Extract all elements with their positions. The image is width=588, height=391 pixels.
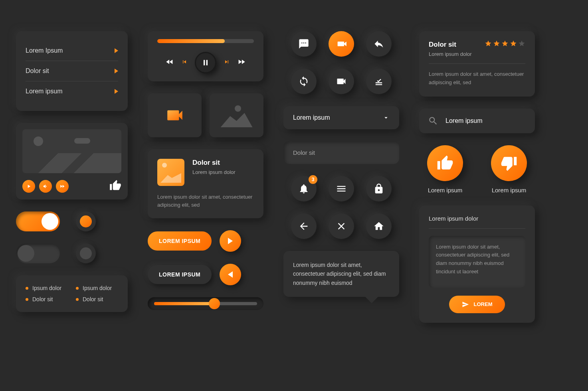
menu-list: Lorem Ipsum Dolor sit Lorem ipsum (16, 31, 128, 111)
review-card: Dolor sit Lorem ipsum dolor Lorem ipsum … (419, 31, 535, 97)
rating-stars (485, 40, 525, 47)
play-button[interactable] (22, 180, 35, 193)
slider[interactable] (148, 297, 263, 310)
rewind-icon[interactable] (165, 57, 174, 68)
refresh-icon[interactable] (291, 69, 317, 94)
camera-tile[interactable] (148, 93, 202, 137)
search-placeholder: Lorem ipsum (445, 117, 482, 124)
comment-icon[interactable] (291, 31, 317, 57)
next-icon[interactable] (224, 59, 230, 67)
menu-item[interactable]: Lorem ipsum (26, 81, 118, 101)
chevron-right-icon (115, 69, 118, 73)
volume-button[interactable] (39, 180, 52, 193)
review-subtitle: Lorem ipsum dolor (429, 51, 525, 64)
progress-bar[interactable] (157, 39, 254, 43)
radio-on[interactable] (76, 211, 96, 231)
menu-item[interactable]: Lorem Ipsum (26, 41, 118, 61)
pause-button[interactable] (195, 52, 216, 73)
bell-icon[interactable]: 3 (291, 176, 317, 201)
home-icon[interactable] (366, 213, 392, 239)
video-icon[interactable] (329, 69, 354, 94)
video-card (16, 123, 128, 199)
toggle-off[interactable] (16, 243, 60, 263)
media-player (148, 31, 263, 81)
review-body: Lorem ipsum dolor sit amet, consectetuer… (429, 70, 525, 87)
list-item: Dolor sit (76, 296, 118, 302)
downvote-label: Lorem ipsum (491, 187, 527, 194)
megaphone-icon[interactable] (329, 31, 354, 57)
bullet-list-card: Ipsum dolor Ipsum dolor Dolor sit Dolor … (16, 275, 128, 312)
upvote-label: Lorem ipsum (427, 187, 463, 194)
send-icon (462, 301, 469, 308)
back-icon[interactable] (291, 213, 317, 239)
slider-thumb[interactable] (209, 298, 220, 309)
comment-heading: Lorem ipsum dolor (429, 215, 525, 229)
fast-forward-icon[interactable] (237, 57, 246, 68)
reply-icon[interactable] (366, 31, 392, 57)
thumbs-down-button[interactable] (491, 145, 527, 181)
forward-button[interactable] (56, 180, 69, 193)
video-thumbnail[interactable] (22, 129, 121, 173)
list-item: Ipsum dolor (76, 285, 118, 291)
send-button[interactable]: LOREM (449, 296, 505, 313)
comment-box: Lorem ipsum dolor Lorem ipsum dolor sit … (419, 205, 535, 323)
clap-icon[interactable] (366, 69, 392, 94)
list-item: Ipsum dolor (26, 285, 68, 291)
prev-icon[interactable] (181, 59, 188, 67)
dropdown-label: Lorem ipsum (293, 114, 330, 121)
post-title: Dolor sit (192, 159, 236, 167)
post-thumbnail[interactable] (157, 159, 184, 186)
notification-badge: 3 (309, 175, 317, 184)
like-icon[interactable] (109, 180, 121, 193)
menu-label: Lorem ipsum (26, 88, 62, 95)
menu-icon[interactable] (329, 176, 354, 201)
image-tile[interactable] (210, 93, 263, 137)
toggle-on[interactable] (16, 211, 60, 231)
tooltip: Lorem ipsum dolor sit amet, consectetuer… (283, 251, 399, 297)
send-label: LOREM (474, 301, 493, 307)
post-card: Dolor sit Lorem ipsum dolor Lorem ipsum … (148, 149, 263, 218)
secondary-button[interactable]: LOREM IPSUM (148, 265, 212, 284)
chevron-down-icon (382, 114, 390, 121)
text-input[interactable]: Dolor sit (283, 141, 399, 164)
menu-label: Lorem Ipsum (26, 47, 63, 54)
comment-textarea[interactable]: Lorem ipsum dolor sit amet, consectetuer… (429, 236, 525, 288)
post-body: Lorem ipsum dolor sit amet, consectetuer… (157, 193, 254, 209)
menu-label: Dolor sit (26, 67, 49, 75)
close-icon[interactable] (329, 213, 354, 239)
dropdown[interactable]: Lorem ipsum (283, 106, 399, 129)
menu-item[interactable]: Dolor sit (26, 61, 118, 81)
chevron-right-icon (115, 48, 118, 53)
primary-button[interactable]: LOREM IPSUM (148, 231, 212, 251)
thumbs-up-button[interactable] (427, 145, 463, 181)
search-icon (428, 116, 438, 126)
radio-off[interactable] (76, 243, 96, 263)
search-input[interactable]: Lorem ipsum (419, 109, 535, 133)
next-button[interactable] (220, 230, 241, 252)
chevron-right-icon (115, 89, 118, 94)
list-item: Dolor sit (26, 296, 68, 302)
post-subtitle: Lorem ipsum dolor (192, 169, 236, 175)
prev-button[interactable] (220, 264, 241, 285)
lock-icon[interactable] (366, 176, 392, 201)
image-placeholder-icon (221, 103, 253, 127)
